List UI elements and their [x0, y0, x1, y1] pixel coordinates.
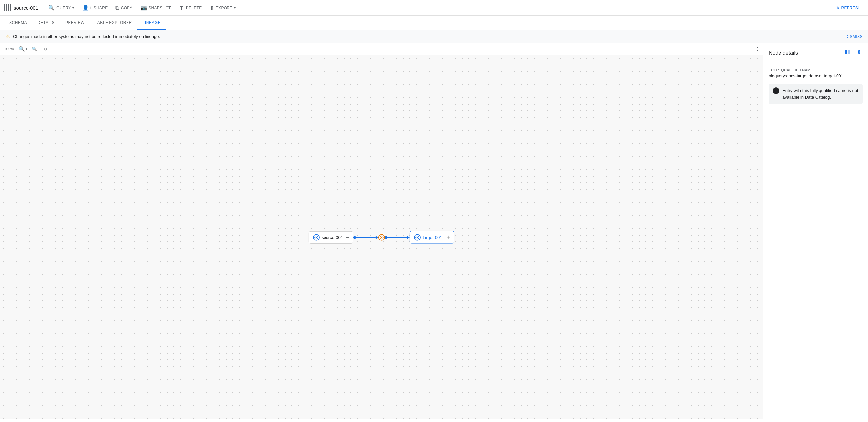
lineage-diagram: source-001 −	[309, 231, 454, 244]
info-icon: i	[773, 88, 779, 94]
close-panel-icon	[856, 49, 862, 55]
zoom-bar: 100% 🔍+ 🔍− ⊖ ⛶	[0, 43, 763, 55]
lineage-canvas[interactable]: source-001 −	[0, 55, 763, 419]
source-node[interactable]: source-001 −	[309, 231, 353, 244]
intermediate-node[interactable]	[378, 234, 385, 240]
connector-1	[353, 235, 378, 239]
fullscreen-button[interactable]: ⛶	[751, 45, 759, 53]
info-box: i Entry with this fully qualified name i…	[769, 84, 863, 104]
zoom-out-button[interactable]: 🔍−	[30, 46, 41, 52]
chevron-down-icon: ▾	[72, 6, 74, 9]
share-icon: 👤+	[82, 5, 92, 11]
snapshot-icon: 📷	[140, 5, 147, 11]
connector-arrow-2	[407, 235, 410, 239]
svg-point-5	[416, 236, 418, 238]
main-content: 100% 🔍+ 🔍− ⊖ ⛶ source-001	[0, 43, 868, 419]
panel-title: Node details	[769, 50, 840, 56]
refresh-button[interactable]: ↻ REFRESH	[833, 4, 864, 12]
tab-preview[interactable]: PREVIEW	[60, 16, 90, 30]
connector-line-1	[356, 237, 376, 237]
dismiss-button[interactable]: DISMISS	[845, 34, 863, 39]
panel-resize-button[interactable]	[843, 48, 851, 58]
export-button[interactable]: ⬆ EXPORT ▾	[207, 3, 239, 13]
source-node-icon	[313, 234, 319, 240]
panel-close-button[interactable]	[854, 48, 863, 58]
query-button[interactable]: 🔍 QUERY ▾	[45, 3, 78, 13]
info-banner: ⚠ Changes made in other systems may not …	[0, 30, 868, 43]
svg-point-1	[316, 236, 317, 238]
connector-dot-2	[385, 236, 388, 238]
delete-button[interactable]: 🗑 DELETE	[176, 3, 205, 13]
tab-bar: SCHEMA DETAILS PREVIEW TABLE EXPLORER LI…	[0, 16, 868, 30]
target-node-icon	[414, 234, 421, 240]
zoom-reset-button[interactable]: ⊖	[42, 46, 49, 52]
right-panel: Node details Fully qualified name bigque…	[763, 43, 868, 419]
grid-icon	[4, 4, 11, 11]
fqn-field: Fully qualified name bigquery:docs-targe…	[769, 68, 863, 78]
resize-icon	[844, 49, 850, 55]
snapshot-button[interactable]: 📷 SNAPSHOT	[137, 3, 175, 13]
chevron-down-icon: ▾	[234, 6, 236, 9]
tab-lineage[interactable]: LINEAGE	[137, 16, 166, 30]
panel-content: Fully qualified name bigquery:docs-targe…	[764, 63, 868, 419]
copy-button[interactable]: ⧉ COPY	[112, 3, 136, 13]
target-node-expand[interactable]: +	[444, 234, 451, 241]
canvas-area: 100% 🔍+ 🔍− ⊖ ⛶ source-001	[0, 43, 763, 419]
warning-icon: ⚠	[5, 33, 10, 40]
app-title: source-001	[14, 5, 38, 10]
delete-icon: 🗑	[179, 5, 184, 11]
source-node-collapse[interactable]: −	[346, 234, 349, 240]
search-icon: 🔍	[48, 5, 55, 11]
target-node-label: target-001	[423, 235, 442, 240]
app-title-area: source-001	[4, 4, 38, 11]
tab-schema[interactable]: SCHEMA	[4, 16, 32, 30]
banner-message: Changes made in other systems may not be…	[13, 34, 842, 39]
connector-dot-1	[353, 236, 356, 238]
tab-details[interactable]: DETAILS	[32, 16, 60, 30]
panel-header: Node details	[764, 43, 868, 63]
target-node[interactable]: target-001 +	[410, 231, 454, 244]
connector-arrow-1	[376, 235, 378, 239]
copy-icon: ⧉	[115, 5, 119, 11]
fqn-value: bigquery:docs-target.dataset.target-001	[769, 73, 863, 78]
source-node-label: source-001	[321, 235, 343, 240]
info-message: Entry with this fully qualified name is …	[782, 88, 859, 100]
intermediate-node-icon	[378, 234, 385, 240]
zoom-in-button[interactable]: 🔍+	[17, 46, 29, 53]
connector-2	[385, 235, 410, 239]
zoom-level: 100%	[4, 47, 16, 52]
share-button[interactable]: 👤+ SHARE	[79, 3, 111, 13]
svg-point-3	[381, 236, 382, 238]
svg-rect-7	[848, 50, 850, 54]
toolbar: source-001 🔍 QUERY ▾ 👤+ SHARE ⧉ COPY 📷 S…	[0, 0, 868, 16]
export-icon: ⬆	[210, 5, 214, 11]
connector-line-2	[388, 237, 407, 237]
svg-rect-6	[845, 50, 847, 54]
fqn-label: Fully qualified name	[769, 68, 863, 72]
refresh-icon: ↻	[836, 6, 839, 10]
tab-table-explorer[interactable]: TABLE EXPLORER	[90, 16, 137, 30]
